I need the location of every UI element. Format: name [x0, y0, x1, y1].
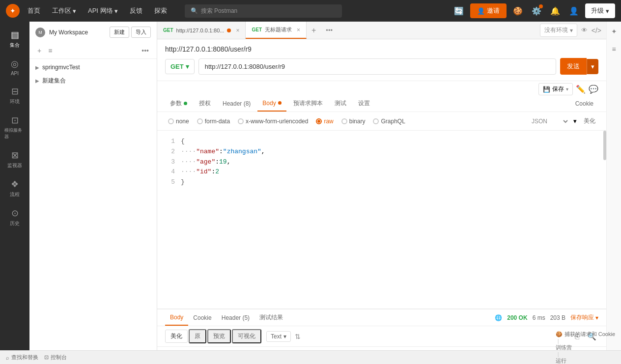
nav-explore[interactable]: 探索 — [150, 4, 171, 17]
response-toolbar: 美化 原 预览 可视化 Text ▾ ⇅ ⎘ 🔍 — [157, 326, 606, 347]
request-tab-1[interactable]: GET http://127.0.0.1:80... × — [157, 22, 246, 39]
bottom-bar: ⌕ 查找和替换 ⊡ 控制台 🍪 捕获的请求和 Cookie | 训练营 | 运行… — [0, 350, 621, 364]
new-button[interactable]: 新建 — [110, 27, 129, 38]
sync-icon[interactable]: 🔄 — [452, 3, 466, 18]
more-tabs-icon[interactable]: ••• — [321, 22, 338, 39]
request-url-title: http://127.0.0.1:8080/user/r9 — [165, 45, 598, 53]
notification-icon[interactable]: 🔔 — [548, 3, 563, 18]
filter-lines-icon[interactable]: ⇅ — [295, 333, 301, 340]
body-type-raw[interactable]: raw — [313, 117, 336, 126]
save-response-button[interactable]: 保存响应 ▾ — [570, 313, 598, 322]
send-button[interactable]: 发送 — [560, 58, 587, 75]
sort-icon[interactable]: ≡ — [46, 46, 54, 56]
collections-toolbar: + ≡ ••• — [29, 43, 157, 59]
eye-icon[interactable]: 👁 — [581, 27, 588, 34]
tab-close-icon[interactable]: × — [297, 27, 300, 33]
code-line-5: 5 } — [165, 177, 598, 188]
nav-api-network[interactable]: API 网络 ▾ — [84, 4, 122, 17]
beautify-button[interactable]: 美化 — [581, 116, 598, 126]
capture-button[interactable]: 🍪 捕获的请求和 Cookie — [556, 331, 615, 338]
request-area: http://127.0.0.1:8080/user/r9 GET ▾ 发送 ▾ — [157, 39, 606, 81]
sidebar-item-mock[interactable]: ⊡ 模拟服务器 — [2, 111, 27, 144]
scrollbar[interactable] — [603, 131, 606, 160]
body-type-graphql[interactable]: GraphQL — [370, 117, 408, 126]
view-preview-btn[interactable]: 预览 — [207, 329, 231, 343]
tab-close-icon[interactable]: × — [236, 27, 239, 34]
body-type-binary[interactable]: binary — [339, 117, 368, 126]
sidebar-item-flows[interactable]: ❖ 流程 — [2, 175, 27, 202]
code-view-icon[interactable]: </> — [592, 27, 601, 34]
body-type-none[interactable]: none — [165, 117, 192, 126]
request-tab-2[interactable]: GET 无标题请求 × — [246, 22, 307, 39]
workspace-avatar: M — [35, 28, 45, 37]
url-input[interactable] — [198, 58, 556, 75]
tab-params[interactable]: 参数 — [165, 95, 192, 112]
tab-pre-request[interactable]: 预请求脚本 — [288, 95, 328, 112]
tab-tests[interactable]: 测试 — [330, 95, 351, 112]
view-visualize-btn[interactable]: 可视化 — [232, 329, 261, 343]
method-selector[interactable]: GET ▾ — [165, 59, 195, 74]
response-tab-cookie[interactable]: Cookie — [188, 310, 216, 325]
method-badge: GET — [163, 28, 173, 33]
divider: | — [558, 351, 559, 357]
edit-icon[interactable]: ✏️ — [576, 84, 586, 94]
tab-auth[interactable]: 授权 — [194, 95, 216, 112]
response-tab-header[interactable]: Header (5) — [217, 310, 254, 325]
tab-body[interactable]: Body — [257, 96, 286, 112]
collapse-icon: ▶ — [35, 65, 39, 70]
list-item[interactable]: ▶ 新建集合 — [29, 74, 157, 88]
global-search[interactable]: 🔍 搜索 Postman — [185, 4, 342, 18]
nav-feedback[interactable]: 反馈 — [126, 4, 146, 17]
list-item[interactable]: ▶ springmvcTest — [29, 61, 157, 74]
capture-icon: 🍪 — [556, 331, 563, 337]
sidebar-item-monitor[interactable]: ⊠ 监视器 — [2, 146, 27, 173]
response-format-selector[interactable]: Text ▾ — [266, 331, 291, 342]
response-tab-body[interactable]: Body — [165, 310, 188, 326]
comment-icon[interactable]: 💬 — [589, 84, 598, 94]
send-button-group: 发送 ▾ — [560, 58, 598, 75]
save-button-group[interactable]: 💾 保存 ▾ — [538, 83, 573, 95]
environment-selector[interactable]: 没有环境 ▾ — [540, 24, 577, 37]
tab-settings[interactable]: 设置 — [353, 95, 375, 112]
sidebar-item-collections[interactable]: ▤ 集合 — [2, 26, 27, 53]
code-line-3: 3 ····"age":19, — [165, 157, 598, 168]
chevron-down-icon: ▾ — [73, 7, 76, 15]
search-replace-button[interactable]: ⌕ 查找和替换 — [6, 354, 38, 361]
more-options-icon[interactable]: ••• — [140, 46, 151, 56]
response-tab-tests[interactable]: 测试结果 — [254, 309, 288, 326]
radio-raw — [316, 118, 322, 124]
format-selector[interactable]: JSON Text JavaScript HTML XML — [528, 116, 569, 126]
view-raw-btn[interactable]: 原 — [189, 329, 206, 343]
import-button[interactable]: 导入 — [131, 27, 151, 38]
request-params-tabs: 参数 授权 Header (8) Body 预请求脚本 测试 设置 Coo — [157, 95, 606, 112]
new-tab-button[interactable]: + — [307, 22, 321, 39]
upgrade-button[interactable]: 升级 ▾ — [585, 3, 615, 18]
view-beautify-btn[interactable]: 美化 — [165, 330, 188, 343]
sidebar-item-history[interactable]: ⊙ 历史 — [2, 204, 27, 231]
code-line-4: 4 ····"id":2 — [165, 167, 598, 177]
response-status: 🌐 200 OK 6 ms 203 B 保存响应 ▾ — [495, 313, 598, 322]
training-button[interactable]: 训练营 — [556, 344, 615, 351]
tab-header[interactable]: Header (8) — [218, 96, 255, 111]
search-replace-icon: ⌕ — [6, 355, 9, 361]
sidebar-item-environment[interactable]: ⊟ 环境 — [2, 82, 27, 109]
body-type-formdata[interactable]: form-data — [194, 117, 233, 126]
nav-workspace[interactable]: 工作区 ▾ — [48, 4, 80, 17]
nav-home[interactable]: 首页 — [24, 4, 44, 17]
send-dropdown-button[interactable]: ▾ — [587, 59, 598, 74]
settings-icon[interactable]: ⚙️ — [529, 3, 544, 18]
unsaved-dot — [227, 28, 231, 32]
mock-icon: ⊡ — [11, 115, 19, 126]
invite-button[interactable]: 👤 邀请 — [470, 3, 507, 18]
sidebar-item-api[interactable]: ◎ API — [2, 55, 27, 80]
console-button[interactable]: ⊡ 控制台 — [44, 354, 67, 361]
body-type-urlencoded[interactable]: x-www-form-urlencoded — [235, 117, 311, 126]
add-collection-icon[interactable]: + — [35, 46, 43, 56]
right-panel-icon-2[interactable]: ≡ — [610, 43, 618, 55]
cookies-icon[interactable]: 🍪 — [510, 3, 525, 18]
right-panel-icon-1[interactable]: ✦ — [609, 26, 619, 37]
cookie-link[interactable]: Cookie — [570, 96, 598, 111]
code-editor-content[interactable]: 1 { 2 ····"name":"zhangsan", 3 ····"age"… — [157, 131, 606, 308]
run-button[interactable]: 运行 — [556, 357, 615, 364]
avatar-icon[interactable]: 👤 — [566, 3, 581, 18]
